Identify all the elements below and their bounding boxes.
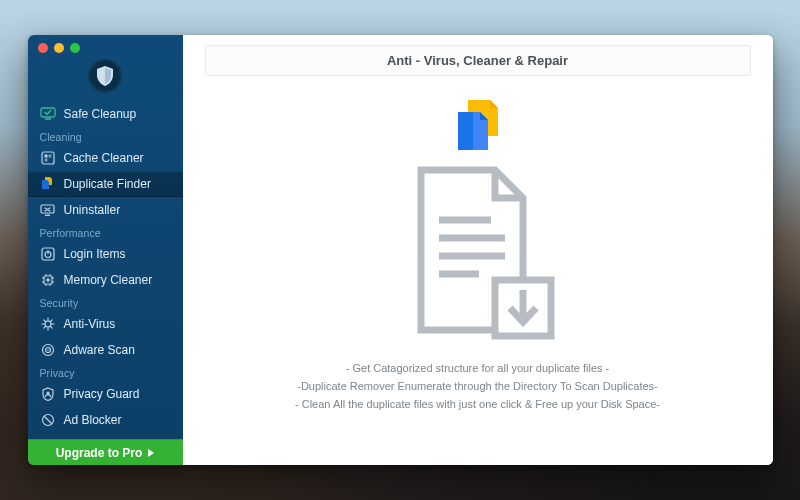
desc-line: - Get Catagorized structure for all your…	[295, 359, 660, 377]
sidebar-section-cleaning: Cleaning	[28, 127, 183, 145]
cache-icon	[40, 150, 56, 166]
minimize-window-button[interactable]	[54, 43, 64, 53]
document-download-illustration	[383, 162, 573, 347]
svg-line-28	[50, 320, 52, 322]
feature-description: - Get Catagorized structure for all your…	[295, 359, 660, 413]
sidebar-section-security: Security	[28, 293, 183, 311]
sidebar-section-performance: Performance	[28, 223, 183, 241]
chevron-right-icon	[148, 449, 154, 457]
duplicate-files-illustration	[446, 98, 510, 156]
app-logo	[28, 55, 183, 101]
virus-icon	[40, 316, 56, 332]
sidebar-item-login-items[interactable]: Login Items	[28, 241, 183, 267]
window-controls	[28, 35, 183, 55]
page-title: Anti - Virus, Cleaner & Repair	[205, 45, 751, 76]
upgrade-button[interactable]: Upgrade to Pro	[28, 439, 183, 465]
svg-rect-4	[48, 155, 51, 158]
svg-rect-5	[44, 159, 47, 162]
sidebar-item-label: Safe Cleanup	[64, 107, 137, 121]
main-content: Anti - Virus, Cleaner & Repair	[183, 35, 773, 465]
block-icon	[40, 412, 56, 428]
sidebar-item-label: Duplicate Finder	[64, 177, 151, 191]
svg-rect-7	[45, 214, 50, 215]
sidebar-section-privacy: Privacy	[28, 363, 183, 381]
shield-icon	[96, 66, 114, 86]
sidebar-item-label: Cache Cleaner	[64, 151, 144, 165]
desc-line: -Duplicate Remover Enumerate through the…	[295, 377, 660, 395]
sidebar-item-label: Anti-Virus	[64, 317, 116, 331]
sidebar-item-label: Adware Scan	[64, 343, 135, 357]
guard-icon	[40, 386, 56, 402]
close-window-button[interactable]	[38, 43, 48, 53]
svg-line-27	[50, 327, 52, 329]
sidebar-item-memory-cleaner[interactable]: Memory Cleaner	[28, 267, 183, 293]
target-icon	[40, 342, 56, 358]
monitor-check-icon	[40, 106, 56, 122]
uninstaller-icon	[40, 202, 56, 218]
chip-icon	[40, 272, 56, 288]
svg-line-26	[43, 320, 45, 322]
power-icon	[40, 246, 56, 262]
sidebar-item-anti-virus[interactable]: Anti-Virus	[28, 311, 183, 337]
svg-rect-3	[44, 155, 47, 158]
sidebar-item-label: Privacy Guard	[64, 387, 140, 401]
sidebar-item-label: Uninstaller	[64, 203, 121, 217]
sidebar-item-safe-cleanup[interactable]: Safe Cleanup	[28, 101, 183, 127]
sidebar-item-uninstaller[interactable]: Uninstaller	[28, 197, 183, 223]
svg-rect-12	[46, 279, 49, 282]
sidebar-item-adware-scan[interactable]: Adware Scan	[28, 337, 183, 363]
svg-point-32	[47, 349, 49, 351]
svg-line-35	[44, 416, 52, 424]
svg-rect-2	[42, 152, 54, 164]
svg-rect-1	[45, 118, 51, 120]
sidebar-item-duplicate-finder[interactable]: Duplicate Finder	[28, 171, 183, 197]
sidebar-item-ad-blocker[interactable]: Ad Blocker	[28, 407, 183, 433]
desc-line: - Clean All the duplicate files with jus…	[295, 395, 660, 413]
duplicate-files-icon	[40, 176, 56, 192]
sidebar: Safe Cleanup Cleaning Cache Cleaner Dupl…	[28, 35, 183, 465]
app-window: Safe Cleanup Cleaning Cache Cleaner Dupl…	[28, 35, 773, 465]
sidebar-item-cache-cleaner[interactable]: Cache Cleaner	[28, 145, 183, 171]
sidebar-item-label: Login Items	[64, 247, 126, 261]
svg-line-29	[43, 327, 45, 329]
upgrade-label: Upgrade to Pro	[56, 446, 143, 460]
sidebar-item-label: Ad Blocker	[64, 413, 122, 427]
maximize-window-button[interactable]	[70, 43, 80, 53]
sidebar-item-privacy-guard[interactable]: Privacy Guard	[28, 381, 183, 407]
sidebar-item-label: Memory Cleaner	[64, 273, 153, 287]
